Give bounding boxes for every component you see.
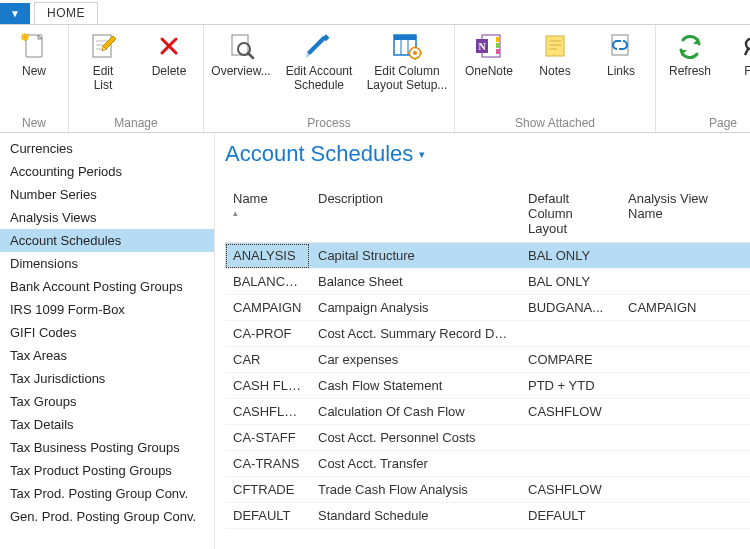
cell-name: CAMPAIGN xyxy=(225,295,310,321)
main-area: Account Schedules ▾ Name Description Def… xyxy=(215,133,750,549)
pencil-icon xyxy=(302,29,336,63)
grid-header-row: Name Description Default Column Layout A… xyxy=(225,187,750,243)
cell-name: CA-TRANS xyxy=(225,451,310,477)
notes-button[interactable]: Notes xyxy=(527,29,583,95)
cell-dcl: CASHFLOW xyxy=(520,399,620,425)
onenote-icon: N xyxy=(472,29,506,63)
sidebar-item[interactable]: Tax Product Posting Groups xyxy=(0,459,214,482)
cell-desc: Balance Sheet xyxy=(310,269,520,295)
cell-desc: Cost Acct. Summary Record DB p... xyxy=(310,321,520,347)
table-row[interactable]: DEFAULTStandard ScheduleDEFAULT xyxy=(225,503,750,529)
sidebar-item[interactable]: GIFI Codes xyxy=(0,321,214,344)
sidebar-item[interactable]: Accounting Periods xyxy=(0,160,214,183)
sidebar-item[interactable]: Dimensions xyxy=(0,252,214,275)
edit-list-label: EditList xyxy=(93,65,114,95)
sidebar-item[interactable]: IRS 1099 Form-Box xyxy=(0,298,214,321)
table-row[interactable]: CA-STAFFCost Acct. Personnel Costs xyxy=(225,425,750,451)
find-label: Find xyxy=(744,65,750,95)
table-row[interactable]: BALANCE ...Balance SheetBAL ONLY xyxy=(225,269,750,295)
find-button[interactable]: Find xyxy=(728,29,750,95)
table-row[interactable]: CA-PROFCost Acct. Summary Record DB p... xyxy=(225,321,750,347)
cell-desc: Cost Acct. Personnel Costs xyxy=(310,425,520,451)
links-button[interactable]: Links xyxy=(593,29,649,95)
sidebar-item[interactable]: Tax Prod. Posting Group Conv. xyxy=(0,482,214,505)
table-row[interactable]: ANALYSISCapital StructureBAL ONLY xyxy=(225,243,750,269)
col-header-description[interactable]: Description xyxy=(310,187,520,243)
svg-rect-16 xyxy=(394,35,416,40)
edit-list-button[interactable]: EditList xyxy=(75,29,131,95)
cell-avn xyxy=(620,269,750,295)
grid: Name Description Default Column Layout A… xyxy=(225,187,750,529)
sidebar-item[interactable]: Tax Groups xyxy=(0,390,214,413)
edit-account-schedule-button[interactable]: Edit AccountSchedule xyxy=(282,29,356,95)
sidebar-item[interactable]: Tax Jurisdictions xyxy=(0,367,214,390)
cell-name: CASHFLOW xyxy=(225,399,310,425)
col-header-name[interactable]: Name xyxy=(225,187,310,243)
cell-name: CA-PROF xyxy=(225,321,310,347)
notes-label: Notes xyxy=(539,65,570,95)
cell-desc: Cost Acct. Transfer xyxy=(310,451,520,477)
ribbon-group-page: Refresh Find Page xyxy=(656,25,750,132)
column-layout-icon xyxy=(390,29,424,63)
table-row[interactable]: CASH FLOWCash Flow StatementPTD + YTD xyxy=(225,373,750,399)
overview-icon xyxy=(224,29,258,63)
cell-name: BALANCE ... xyxy=(225,269,310,295)
body: CurrenciesAccounting PeriodsNumber Serie… xyxy=(0,133,750,549)
cell-desc: Cash Flow Statement xyxy=(310,373,520,399)
table-row[interactable]: CAMPAIGNCampaign AnalysisBUDGANA...CAMPA… xyxy=(225,295,750,321)
svg-point-20 xyxy=(413,51,417,55)
cell-dcl xyxy=(520,425,620,451)
cell-avn xyxy=(620,321,750,347)
col-header-analysis-view-name[interactable]: Analysis View Name xyxy=(620,187,750,243)
table-row[interactable]: CARCar expensesCOMPARE xyxy=(225,347,750,373)
sidebar-item[interactable]: Analysis Views xyxy=(0,206,214,229)
cell-name: DEFAULT xyxy=(225,503,310,529)
ribbon-group-show-attached: N OneNote Notes Links Show Attached xyxy=(455,25,656,132)
sidebar: CurrenciesAccounting PeriodsNumber Serie… xyxy=(0,133,215,549)
app-menu-dropdown[interactable]: ▼ xyxy=(0,3,30,24)
notes-icon xyxy=(538,29,572,63)
refresh-button[interactable]: Refresh xyxy=(662,29,718,95)
cell-dcl: BUDGANA... xyxy=(520,295,620,321)
onenote-button[interactable]: N OneNote xyxy=(461,29,517,95)
new-icon xyxy=(17,29,51,63)
cell-desc: Car expenses xyxy=(310,347,520,373)
cell-avn xyxy=(620,399,750,425)
table-row[interactable]: CFTRADETrade Cash Flow AnalysisCASHFLOW xyxy=(225,477,750,503)
table-row[interactable]: CA-TRANSCost Acct. Transfer xyxy=(225,451,750,477)
cell-desc: Trade Cash Flow Analysis xyxy=(310,477,520,503)
refresh-icon xyxy=(673,29,707,63)
cell-avn xyxy=(620,347,750,373)
cell-dcl: PTD + YTD xyxy=(520,373,620,399)
delete-button[interactable]: Delete xyxy=(141,29,197,95)
svg-rect-26 xyxy=(496,37,500,42)
sidebar-item[interactable]: Account Schedules xyxy=(0,229,214,252)
svg-rect-31 xyxy=(546,36,564,56)
cell-desc: Capital Structure xyxy=(310,243,520,269)
sidebar-item[interactable]: Gen. Prod. Posting Group Conv. xyxy=(0,505,214,528)
cell-name: CASH FLOW xyxy=(225,373,310,399)
svg-rect-35 xyxy=(612,35,628,55)
col-header-default-column-layout[interactable]: Default Column Layout xyxy=(520,187,620,243)
svg-text:N: N xyxy=(478,41,486,52)
new-button[interactable]: New xyxy=(6,29,62,95)
tab-home[interactable]: HOME xyxy=(34,2,98,24)
cell-avn xyxy=(620,503,750,529)
sidebar-item[interactable]: Currencies xyxy=(0,137,214,160)
ribbon-group-new: New New xyxy=(0,25,69,132)
sidebar-item[interactable]: Tax Business Posting Groups xyxy=(0,436,214,459)
cell-name: ANALYSIS xyxy=(225,243,310,269)
page-title[interactable]: Account Schedules ▾ xyxy=(225,141,750,167)
table-row[interactable]: CASHFLOWCalculation Of Cash FlowCASHFLOW xyxy=(225,399,750,425)
edit-column-layout-button[interactable]: Edit ColumnLayout Setup... xyxy=(366,29,448,95)
refresh-label: Refresh xyxy=(669,65,711,95)
sidebar-item[interactable]: Tax Details xyxy=(0,413,214,436)
sidebar-item[interactable]: Number Series xyxy=(0,183,214,206)
sidebar-item[interactable]: Tax Areas xyxy=(0,344,214,367)
new-label: New xyxy=(22,65,46,95)
ribbon-group-process-title: Process xyxy=(210,114,448,130)
sidebar-item[interactable]: Bank Account Posting Groups xyxy=(0,275,214,298)
overview-button[interactable]: Overview... xyxy=(210,29,272,95)
cell-avn xyxy=(620,477,750,503)
svg-rect-27 xyxy=(496,43,500,48)
